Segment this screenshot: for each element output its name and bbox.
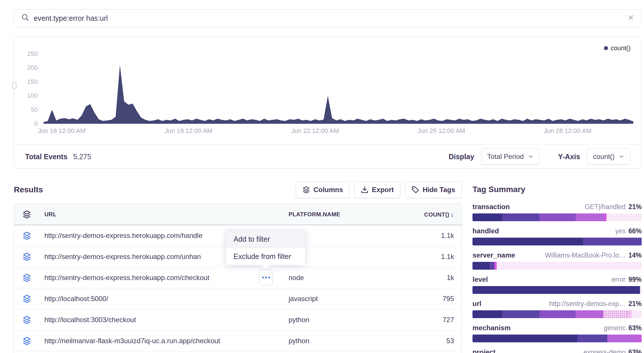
- chart-footer: Total Events 5,275 Display Total Period …: [14, 144, 641, 168]
- discover-page: count() 050100150200250Jun 16 12:00 AMJu…: [0, 0, 644, 353]
- row-stack-icon[interactable]: [14, 316, 39, 324]
- search-input[interactable]: [34, 14, 627, 22]
- row-stack-icon[interactable]: [14, 231, 39, 240]
- total-events-value: 5,275: [73, 153, 91, 161]
- results-title: Results: [14, 185, 43, 194]
- tag-bar-segment[interactable]: [502, 213, 539, 221]
- menu-item-add-to-filter[interactable]: Add to filter: [226, 230, 305, 248]
- tag-bar-segment[interactable]: [472, 262, 490, 270]
- count-cell[interactable]: 53: [381, 337, 462, 345]
- url-cell[interactable]: http://localhost:3003/checkout: [39, 316, 284, 324]
- tag-bar-segment[interactable]: [577, 335, 607, 342]
- tag-distribution-bar[interactable]: [472, 213, 642, 221]
- row-stack-icon[interactable]: [14, 294, 39, 303]
- url-cell[interactable]: http://neilmanvar-flask-m3uuizd7iq-uc.a.…: [39, 337, 284, 345]
- search-icon: [21, 13, 30, 23]
- chart-legend[interactable]: count(): [604, 44, 630, 52]
- tag-name[interactable]: mechanism: [472, 324, 511, 332]
- tag-name[interactable]: url: [472, 300, 481, 308]
- row-stack-icon[interactable]: [14, 337, 39, 345]
- tag-bar-segment[interactable]: [472, 286, 640, 294]
- table-row[interactable]: http://sentry-demos-express.herokuapp.co…: [14, 267, 462, 288]
- tag-distribution-bar[interactable]: [472, 262, 642, 270]
- display-dropdown[interactable]: Total Period: [481, 149, 540, 165]
- x-axis-tick: [62, 124, 62, 126]
- x-axis-tick: [441, 124, 442, 126]
- tag-bar-segment[interactable]: [607, 335, 635, 342]
- tag-bar-segment[interactable]: [635, 335, 642, 342]
- tag-name[interactable]: handled: [472, 227, 499, 235]
- count-cell[interactable]: 1.1k: [381, 253, 462, 261]
- tag-bar-segment[interactable]: [539, 213, 576, 221]
- panel-resize-handle[interactable]: [12, 82, 16, 89]
- stack-icon: [302, 186, 310, 194]
- tag-bar-segment[interactable]: [472, 213, 502, 221]
- tag-bar-segment[interactable]: [627, 310, 631, 318]
- tag-icon: [412, 186, 419, 194]
- x-axis-tick-label: Jun 28 12:00 AM: [544, 127, 591, 135]
- button-label: Columns: [313, 186, 343, 194]
- count-cell[interactable]: 727: [381, 316, 462, 324]
- tag-bar-segment[interactable]: [490, 262, 494, 270]
- table-row[interactable]: http://localhost:5000/ javascript 795: [14, 288, 462, 309]
- tag-bar-segment[interactable]: [631, 310, 642, 318]
- tag-bar-segment[interactable]: [472, 238, 583, 245]
- tag-summary-title: Tag Summary: [472, 185, 642, 194]
- x-axis-tick: [315, 124, 315, 126]
- export-button[interactable]: Export: [354, 181, 400, 198]
- x-axis-tick-label: Jun 25 12:00 AM: [417, 127, 465, 135]
- platform-cell[interactable]: python: [284, 337, 381, 345]
- count-cell[interactable]: 1k: [381, 274, 462, 282]
- tag-bar-segment[interactable]: [472, 335, 577, 342]
- platform-cell[interactable]: javascript: [284, 295, 381, 303]
- platform-cell[interactable]: node: [284, 274, 381, 282]
- url-cell[interactable]: http://localhost:5000/: [39, 295, 284, 303]
- row-stack-icon[interactable]: [14, 252, 39, 261]
- tag-bar-segment[interactable]: [576, 213, 605, 221]
- tag-name[interactable]: transaction: [472, 203, 510, 211]
- tag-bar-segment[interactable]: [576, 310, 603, 318]
- tag-bar-segment[interactable]: [640, 286, 642, 294]
- column-header-count[interactable]: COUNT()↓: [381, 210, 462, 218]
- export-download-icon: [361, 186, 368, 194]
- platform-cell[interactable]: python: [284, 316, 381, 324]
- yaxis-dropdown[interactable]: count(): [587, 149, 630, 165]
- search-bar: [14, 9, 642, 27]
- tag-distribution-bar[interactable]: [472, 238, 642, 245]
- hide-tags-button[interactable]: Hide Tags: [405, 181, 462, 198]
- tag-bar-segment[interactable]: [539, 310, 576, 318]
- tag-name[interactable]: server_name: [472, 251, 515, 259]
- row-stack-icon[interactable]: [14, 273, 39, 282]
- table-header-row: URL PLATFORM.NAME COUNT()↓: [14, 204, 462, 225]
- y-axis-tick-label: 0: [18, 120, 38, 127]
- tag-bar-segment[interactable]: [603, 310, 627, 318]
- tag-distribution-bar[interactable]: [472, 310, 642, 318]
- tag-distribution-bar[interactable]: [472, 335, 642, 342]
- tag-bar-segment[interactable]: [472, 310, 502, 318]
- table-row[interactable]: http://localhost:3003/checkout python 72…: [14, 309, 462, 331]
- table-row[interactable]: http://neilmanvar-flask-m3uuizd7iq-uc.a.…: [14, 331, 462, 352]
- column-header-url[interactable]: URL: [39, 211, 284, 218]
- close-icon[interactable]: [627, 14, 634, 22]
- tag-bar-segment[interactable]: [607, 213, 642, 221]
- tag-bar-segment[interactable]: [605, 213, 607, 221]
- tag-name[interactable]: level: [472, 275, 488, 283]
- tag-name[interactable]: project: [472, 348, 496, 353]
- count-cell[interactable]: 1.1k: [381, 232, 462, 240]
- count-cell[interactable]: 795: [381, 295, 462, 303]
- tag-bar-segment[interactable]: [494, 262, 497, 270]
- tag-top-percent: 14%: [628, 251, 642, 259]
- tag-top-percent: 63%: [628, 324, 642, 332]
- tag-summary-sidebar: Tag Summary transaction GET|/handled 21%…: [472, 185, 642, 353]
- tag-top-percent: 63%: [628, 348, 642, 353]
- tag-distribution-bar[interactable]: [472, 286, 642, 294]
- url-cell[interactable]: http://sentry-demos-express.herokuapp.co…: [39, 274, 284, 282]
- tag-bar-segment[interactable]: [497, 262, 642, 270]
- tag-bar-segment[interactable]: [583, 238, 642, 245]
- tag-top-percent: 21%: [628, 203, 642, 211]
- tag-bar-segment[interactable]: [502, 310, 539, 318]
- column-header-platform[interactable]: PLATFORM.NAME: [284, 211, 381, 218]
- tag-summary-item: transaction GET|/handled 21%: [472, 203, 642, 221]
- cell-actions-button[interactable]: [259, 270, 273, 285]
- columns-button[interactable]: Columns: [296, 181, 350, 198]
